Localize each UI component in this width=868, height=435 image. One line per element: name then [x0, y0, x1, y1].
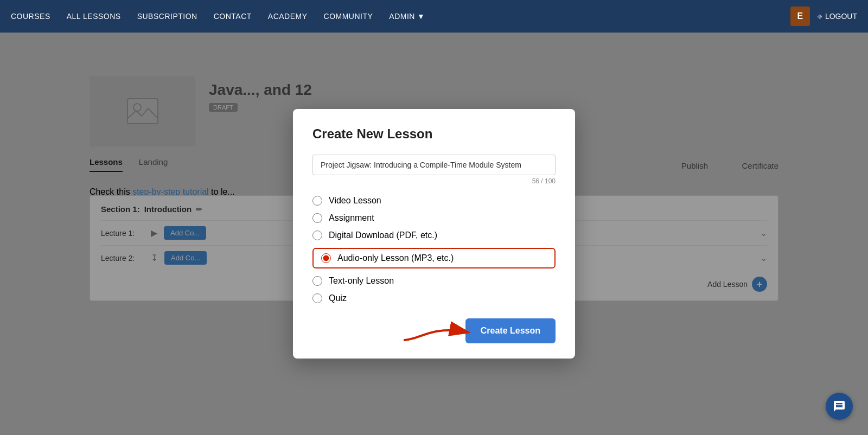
- logout-button[interactable]: ⎆ LOGOUT: [818, 12, 857, 21]
- nav-admin[interactable]: ADMIN ▼: [389, 12, 425, 21]
- option-digital[interactable]: Digital Download (PDF, etc.): [312, 231, 556, 240]
- radio-quiz[interactable]: [312, 293, 322, 303]
- lesson-title-input[interactable]: [312, 155, 556, 175]
- option-assignment-label: Assignment: [329, 213, 374, 223]
- option-audio[interactable]: Audio-only Lesson (MP3, etc.): [312, 248, 556, 268]
- nav-community[interactable]: COMMUNITY: [324, 12, 373, 21]
- option-quiz[interactable]: Quiz: [312, 293, 556, 303]
- option-text[interactable]: Text-only Lesson: [312, 276, 556, 286]
- radio-text[interactable]: [312, 276, 322, 286]
- radio-audio[interactable]: [321, 253, 331, 263]
- page-background: Java..., and 12 DRAFT Lessons Landing Pu…: [0, 33, 868, 435]
- nav-right: E ⎆ LOGOUT: [790, 7, 857, 26]
- radio-digital[interactable]: [312, 231, 322, 240]
- nav-courses[interactable]: COURSES: [11, 12, 50, 21]
- option-text-label: Text-only Lesson: [329, 276, 394, 286]
- nav-academy[interactable]: ACADEMY: [268, 12, 308, 21]
- lesson-type-options: Video Lesson Assignment Digital Download…: [312, 196, 556, 303]
- chat-button[interactable]: [826, 393, 853, 420]
- option-audio-label: Audio-only Lesson (MP3, etc.): [337, 253, 454, 263]
- nav-all-lessons[interactable]: ALL LESSONS: [67, 12, 121, 21]
- radio-video[interactable]: [312, 196, 322, 206]
- option-video[interactable]: Video Lesson: [312, 196, 556, 206]
- nav-links: COURSES ALL LESSONS SUBSCRIPTION CONTACT…: [11, 12, 425, 21]
- char-count: 56 / 100: [312, 177, 556, 185]
- option-assignment[interactable]: Assignment: [312, 213, 556, 223]
- option-video-label: Video Lesson: [329, 196, 381, 206]
- radio-assignment[interactable]: [312, 213, 322, 223]
- nav-subscription[interactable]: SUBSCRIPTION: [137, 12, 197, 21]
- create-lesson-modal: Create New Lesson 56 / 100 Video Lesson …: [293, 109, 575, 359]
- avatar-button[interactable]: E: [790, 7, 810, 26]
- navbar: COURSES ALL LESSONS SUBSCRIPTION CONTACT…: [0, 0, 868, 33]
- modal-title: Create New Lesson: [312, 126, 556, 142]
- nav-contact[interactable]: CONTACT: [214, 12, 252, 21]
- arrow-annotation: [398, 319, 485, 346]
- option-quiz-label: Quiz: [329, 293, 347, 303]
- option-digital-label: Digital Download (PDF, etc.): [329, 231, 437, 240]
